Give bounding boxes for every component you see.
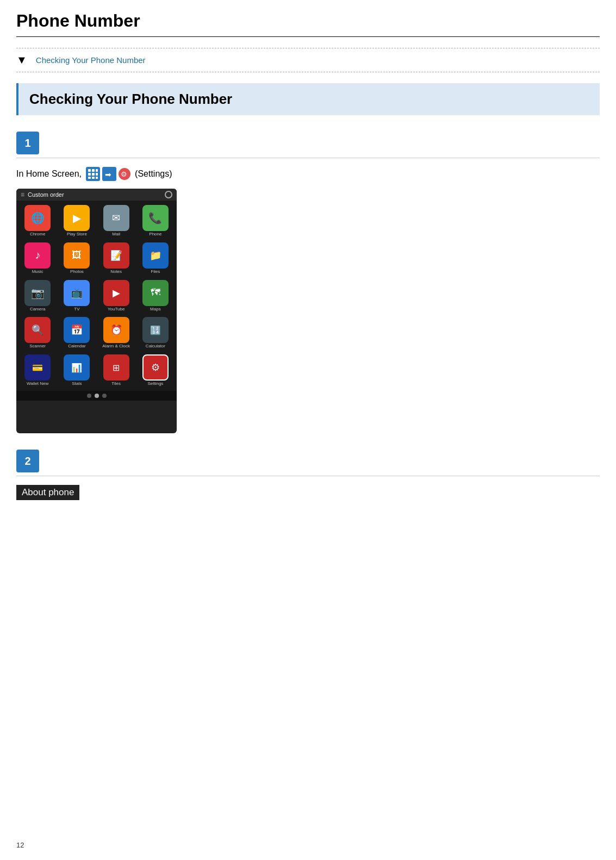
- svg-rect-8: [92, 177, 95, 179]
- app-label-playstore: Play Store: [67, 232, 87, 237]
- app-cell-tiles: ⊞ Tiles: [97, 352, 135, 389]
- app-cell-stats: 📊 Stats: [58, 352, 96, 389]
- step1-prefix: In Home Screen,: [16, 169, 82, 179]
- app-icon-photos: 🖼: [64, 242, 90, 269]
- app-label-maps: Maps: [150, 307, 161, 312]
- nav-dot-3: [102, 394, 107, 398]
- app-icon-calculator: 🔢: [142, 317, 169, 343]
- app-cell-calendar: 📅 Calendar: [58, 315, 96, 351]
- app-icon-camera: 📷: [24, 280, 51, 306]
- app-label-notes: Notes: [110, 270, 122, 275]
- nav-dot-1: [87, 394, 91, 398]
- app-label-music: Music: [32, 270, 43, 275]
- app-icon-phone: 📞: [142, 205, 169, 231]
- app-cell-settings: ⚙ Settings: [136, 352, 175, 389]
- svg-rect-1: [88, 169, 91, 172]
- svg-text:⚙: ⚙: [121, 170, 127, 178]
- app-cell-scanner: 🔍 Scanner: [18, 315, 57, 351]
- about-phone-container: About phone: [16, 485, 600, 500]
- app-cell-camera: 📷 Camera: [18, 278, 57, 314]
- about-phone-label: About phone: [16, 485, 79, 500]
- app-icon-youtube: ▶: [103, 280, 129, 306]
- app-cell-tv: 📺 TV: [58, 278, 96, 314]
- page-number: 12: [16, 841, 24, 849]
- app-label-scanner: Scanner: [29, 344, 46, 349]
- app-label-calendar: Calendar: [68, 344, 85, 349]
- app-label-chrome: Chrome: [30, 232, 45, 237]
- svg-rect-9: [96, 177, 98, 179]
- app-label-alarm: Alarm & Clock: [102, 344, 130, 349]
- app-icon-files: 📁: [142, 242, 169, 269]
- app-icon-calendar: 📅: [64, 317, 90, 343]
- app-cell-alarm: ⏰ Alarm & Clock: [97, 315, 135, 351]
- app-cell-playstore: ▶ Play Store: [58, 203, 96, 239]
- nav-dot-2: [95, 394, 99, 398]
- section-title: Checking Your Phone Number: [29, 91, 232, 107]
- svg-rect-5: [92, 173, 95, 176]
- step1-instruction: In Home Screen, ➡ ⚙ (Settings): [16, 167, 600, 181]
- app-label-photos: Photos: [70, 270, 84, 275]
- svg-rect-3: [96, 169, 98, 172]
- app-label-files: Files: [151, 270, 160, 275]
- step1-suffix: (Settings): [135, 169, 172, 179]
- svg-rect-4: [88, 173, 91, 176]
- app-cell-music: ♪ Music: [18, 240, 57, 277]
- app-cell-maps: 🗺 Maps: [136, 278, 175, 314]
- svg-text:➡: ➡: [105, 170, 111, 179]
- app-label-camera: Camera: [30, 307, 45, 312]
- app-cell-photos: 🖼 Photos: [58, 240, 96, 277]
- step2-badge-container: 2: [16, 450, 600, 476]
- app-icon-scanner: 🔍: [24, 317, 51, 343]
- step2-divider: [16, 476, 600, 476]
- app-cell-files: 📁 Files: [136, 240, 175, 277]
- app-icon-tiles: ⊞: [103, 354, 129, 381]
- svg-rect-2: [92, 169, 95, 172]
- app-label-calculator: Calculator: [146, 344, 165, 349]
- apps-grid-icon: [86, 167, 100, 181]
- app-label-mail: Mail: [112, 232, 120, 237]
- app-label-tv: TV: [74, 307, 79, 312]
- toc-arrow-icon: ▼: [16, 54, 27, 66]
- toc-section: ▼ Checking Your Phone Number: [16, 48, 600, 72]
- app-icon-alarm: ⏰: [103, 317, 129, 343]
- app-icon-maps: 🗺: [142, 280, 169, 306]
- topbar-label: Custom order: [28, 191, 64, 198]
- phone-screenshot: ≡ Custom order 🌐 Chrome ▶ Play Store ✉ M…: [16, 189, 177, 433]
- toc-link[interactable]: Checking Your Phone Number: [36, 55, 146, 65]
- title-divider: [16, 36, 600, 37]
- app-grid: 🌐 Chrome ▶ Play Store ✉ Mail 📞 Phone ♪: [16, 201, 177, 391]
- app-icon-wallet: 💳: [24, 354, 51, 381]
- app-icon-mail: ✉: [103, 205, 129, 231]
- app-label-tiles: Tiles: [111, 382, 121, 387]
- app-cell-wallet: 💳 Wallet New: [18, 352, 57, 389]
- phone-topbar: ≡ Custom order: [16, 189, 177, 201]
- app-label-youtube: YouTube: [108, 307, 125, 312]
- app-icon-stats: 📊: [64, 354, 90, 381]
- svg-rect-7: [88, 177, 91, 179]
- app-cell-notes: 📝 Notes: [97, 240, 135, 277]
- step1-badge-container: 1: [16, 132, 600, 158]
- section-header: Checking Your Phone Number: [16, 83, 600, 115]
- app-label-settings: Settings: [147, 382, 163, 387]
- phone-bottom-nav: [16, 391, 177, 401]
- app-cell-mail: ✉ Mail: [97, 203, 135, 239]
- settings-circle-icon: ⚙: [119, 168, 130, 180]
- app-icon-chrome: 🌐: [24, 205, 51, 231]
- right-arrow-icon: ➡: [102, 167, 116, 181]
- app-cell-phone: 📞 Phone: [136, 203, 175, 239]
- app-cell-calculator: 🔢 Calculator: [136, 315, 175, 351]
- topbar-search-icon: [165, 191, 172, 198]
- step2-badge: 2: [16, 450, 39, 472]
- step1-badge: 1: [16, 132, 39, 154]
- step1-divider: [16, 158, 600, 158]
- app-icon-notes: 📝: [103, 242, 129, 269]
- app-cell-chrome: 🌐 Chrome: [18, 203, 57, 239]
- step1-icons: ➡ ⚙: [86, 167, 130, 181]
- app-icon-playstore: ▶: [64, 205, 90, 231]
- app-label-phone: Phone: [149, 232, 161, 237]
- svg-rect-6: [96, 173, 98, 176]
- topbar-left: ≡ Custom order: [21, 191, 64, 198]
- app-icon-music: ♪: [24, 242, 51, 269]
- app-icon-tv: 📺: [64, 280, 90, 306]
- page-title: Phone Number: [16, 11, 600, 31]
